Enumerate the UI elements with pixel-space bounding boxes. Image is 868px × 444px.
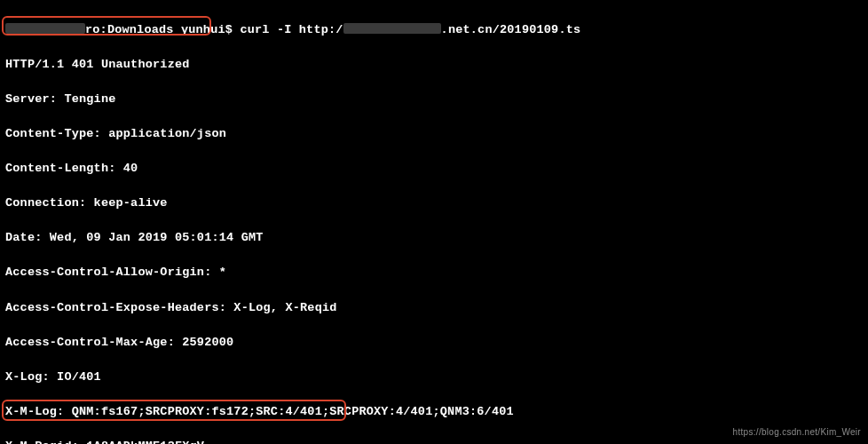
response-line: HTTP/1.1 401 Unauthorized bbox=[5, 56, 863, 74]
redacted-domain bbox=[343, 23, 441, 34]
response-line: Access-Control-Allow-Origin: * bbox=[5, 264, 863, 281]
response-line: Content-Type: application/json bbox=[5, 125, 863, 143]
prompt-user: yunhui bbox=[181, 23, 225, 36]
response-line: Access-Control-Expose-Headers: X-Log, X-… bbox=[5, 299, 863, 317]
prompt-sep: $ bbox=[225, 23, 233, 36]
response-line: Date: Wed, 09 Jan 2019 05:01:14 GMT bbox=[5, 229, 863, 247]
watermark: https://blog.csdn.net/Kim_Weir bbox=[733, 426, 861, 440]
terminal-output: ro:Downloads yunhui$ curl -I http:/.net.… bbox=[0, 0, 868, 444]
response-line: X-M-Reqid: 1A8AADkMME13FXgV bbox=[5, 438, 863, 444]
prompt-line: ro:Downloads yunhui$ curl -I http:/.net.… bbox=[5, 21, 863, 39]
response-line: X-Log: IO/401 bbox=[5, 369, 863, 386]
url-suffix: .net.cn/20190109.ts bbox=[441, 23, 581, 36]
prompt-path: ro:Downloads bbox=[85, 23, 174, 36]
curl-command[interactable]: curl -I http:/ bbox=[240, 23, 343, 36]
response-line: Content-Length: 40 bbox=[5, 160, 863, 178]
redacted-host bbox=[5, 23, 85, 34]
response-line: X-M-Log: QNM:fs167;SRCPROXY:fs172;SRC:4/… bbox=[5, 403, 863, 421]
response-line: Connection: keep-alive bbox=[5, 194, 863, 212]
response-line: Server: Tengine bbox=[5, 91, 863, 108]
response-line: Access-Control-Max-Age: 2592000 bbox=[5, 334, 863, 352]
